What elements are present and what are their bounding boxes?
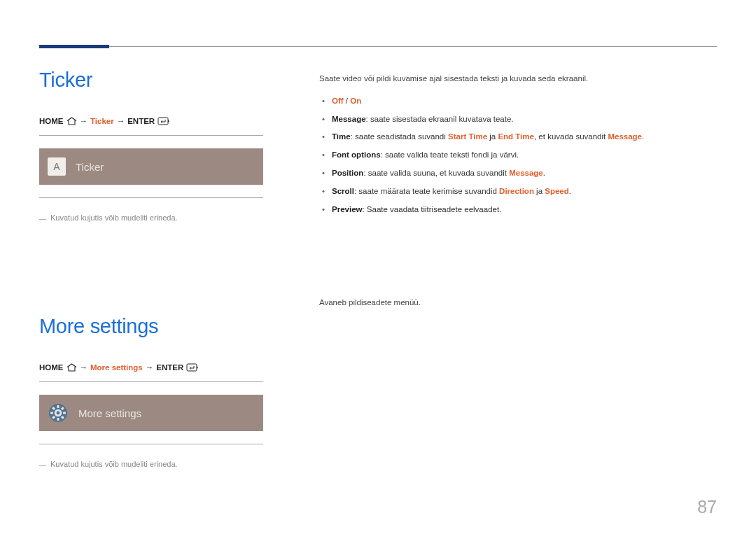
- off-label: Off: [332, 97, 344, 105]
- font-desc: : saate valida teate teksti fondi ja vär…: [381, 150, 519, 159]
- svg-point-12: [57, 412, 60, 415]
- nav-arrow: →: [146, 363, 154, 372]
- svg-rect-1: [187, 364, 197, 371]
- home-icon: [66, 363, 77, 372]
- ticker-heading: Ticker: [39, 69, 284, 92]
- header-rule: [39, 46, 717, 47]
- bullet-position: Position: saate valida suuna, et kuvada …: [319, 167, 711, 180]
- moresettings-tile: More settings: [39, 395, 263, 431]
- s3: .: [569, 187, 571, 195]
- nav-moresettings-label: More settings: [90, 363, 143, 372]
- s1: : saate määrata teate kerimise suvandid: [354, 187, 499, 195]
- nav-arrow: →: [80, 363, 88, 372]
- nav-home-label: HOME: [39, 117, 64, 125]
- divider: [39, 197, 263, 198]
- ticker-bullets: Off / On Message: saate sisestada ekraan…: [319, 95, 711, 216]
- position-label: Position: [332, 169, 363, 177]
- ticker-body: Saate video või pildi kuvamise ajal sise…: [319, 73, 711, 222]
- message-desc: : saate sisestada ekraanil kuvatava teat…: [366, 115, 514, 123]
- bullet-message: Message: saate sisestada ekraanil kuvata…: [319, 113, 711, 126]
- moresettings-tile-label: More settings: [78, 407, 141, 419]
- speed-ref: Speed: [545, 187, 569, 195]
- ticker-section: Ticker HOME → Ticker → ENTER A Ticker Ku…: [39, 69, 284, 224]
- enter-icon: [158, 117, 170, 125]
- page-number: 87: [697, 497, 717, 517]
- moresettings-intro: Avaneb pildiseadete menüü.: [319, 298, 711, 307]
- left-column: Ticker HOME → Ticker → ENTER A Ticker Ku…: [39, 69, 284, 470]
- nav-home-label: HOME: [39, 363, 64, 372]
- time-label: Time: [332, 132, 351, 141]
- note-text: Kuvatud kujutis võib mudeliti erineda.: [50, 460, 178, 468]
- direction-ref: Direction: [499, 187, 534, 195]
- moresettings-body: Avaneb pildiseadete menüü.: [319, 298, 711, 307]
- preview-label: Preview: [332, 205, 362, 213]
- bullet-preview: Preview: Saate vaadata tiitriseadete eel…: [319, 204, 711, 216]
- message-ref: Message: [608, 132, 642, 141]
- ticker-badge-icon: A: [48, 157, 66, 176]
- bullet-time: Time: saate seadistada suvandi Start Tim…: [319, 131, 711, 143]
- divider: [39, 381, 263, 382]
- moresettings-nav-path: HOME → More settings → ENTER: [39, 363, 284, 372]
- s2: ja: [534, 187, 545, 195]
- bullet-off-on: Off / On: [319, 95, 711, 108]
- note-text: Kuvatud kujutis võib mudeliti erineda.: [50, 213, 178, 222]
- end-time: End Time: [498, 132, 534, 141]
- header-rule-accent: [39, 45, 109, 48]
- ticker-note: Kuvatud kujutis võib mudeliti erineda.: [39, 213, 284, 224]
- bullet-font: Font options: saate valida teate teksti …: [319, 149, 711, 162]
- ticker-nav-path: HOME → Ticker → ENTER: [39, 117, 284, 125]
- svg-rect-7: [63, 412, 66, 414]
- svg-rect-4: [57, 405, 59, 408]
- svg-rect-6: [50, 412, 53, 414]
- p2: .: [543, 169, 545, 177]
- p1: : saate valida suuna, et kuvada suvandit: [363, 169, 509, 177]
- svg-rect-0: [158, 118, 168, 125]
- divider: [39, 444, 263, 444]
- moresettings-heading: More settings: [39, 315, 284, 338]
- t3: , et kuvada suvandit: [534, 132, 608, 141]
- divider: [39, 135, 263, 136]
- nav-ticker-label: Ticker: [90, 117, 114, 125]
- nav-enter-label: ENTER: [156, 363, 183, 372]
- bullet-scroll: Scroll: saate määrata teate kerimise suv…: [319, 185, 711, 198]
- more-settings-section: More settings HOME → More settings → ENT…: [39, 315, 284, 470]
- message-label: Message: [332, 115, 366, 123]
- enter-icon: [186, 363, 199, 372]
- preview-desc: : Saate vaadata tiitriseadete eelvaadet.: [362, 205, 501, 213]
- home-icon: [66, 117, 77, 125]
- nav-enter-label: ENTER: [127, 117, 155, 125]
- nav-arrow: →: [117, 117, 125, 125]
- t4: .: [642, 132, 644, 141]
- scroll-label: Scroll: [332, 187, 354, 195]
- ticker-tile: A Ticker: [39, 148, 263, 185]
- svg-rect-5: [57, 418, 59, 421]
- font-label: Font options: [332, 150, 381, 159]
- message-ref: Message: [509, 169, 543, 177]
- ticker-tile-label: Ticker: [76, 161, 104, 173]
- t2: ja: [487, 132, 498, 141]
- gear-icon: [48, 402, 69, 423]
- nav-arrow: →: [80, 117, 88, 125]
- sep: /: [344, 97, 351, 105]
- on-label: On: [350, 97, 361, 105]
- ticker-intro: Saate video või pildi kuvamise ajal sise…: [319, 73, 711, 85]
- moresettings-note: Kuvatud kujutis võib mudeliti erineda.: [39, 460, 284, 470]
- start-time: Start Time: [448, 132, 487, 141]
- t1: : saate seadistada suvandi: [351, 132, 448, 141]
